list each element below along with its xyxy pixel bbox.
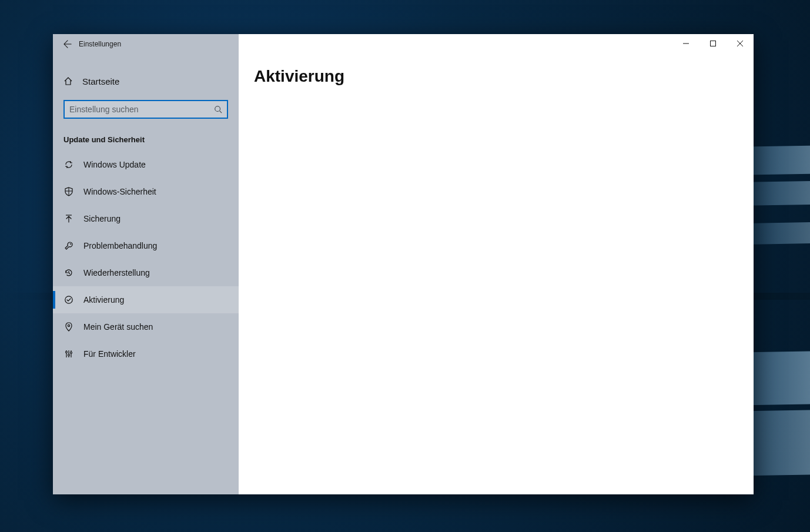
titlebar: Einstellungen [53,34,239,54]
shield-icon [63,187,74,196]
sidebar-home-label: Startseite [82,76,119,86]
sidebar-home[interactable]: Startseite [53,68,239,94]
minimize-icon [683,41,689,46]
page-title: Aktivierung [254,67,344,86]
sidebar-item-label: Sicherung [83,214,121,223]
sidebar: Einstellungen Startseite Update und Sich… [53,34,239,494]
window-title: Einstellungen [79,40,121,48]
svg-point-5 [65,296,72,303]
search-container [53,94,239,119]
sidebar-item-backup[interactable]: Sicherung [53,205,239,232]
search-input[interactable] [65,105,209,114]
wrench-icon [63,241,74,250]
svg-point-12 [71,352,72,354]
sidebar-section-header: Update und Sicherheit [53,119,239,149]
sidebar-item-label: Windows Update [83,160,146,169]
check-circle-icon [63,295,74,305]
maximize-icon [710,41,716,46]
sidebar-item-label: Mein Gerät suchen [83,322,153,332]
svg-point-6 [68,324,69,326]
home-icon [63,76,74,86]
arrow-left-icon [63,40,72,48]
sidebar-item-label: Windows-Sicherheit [83,187,156,196]
sidebar-item-troubleshoot[interactable]: Problembehandlung [53,232,239,259]
sidebar-item-label: Wiederherstellung [83,268,150,277]
sidebar-item-label: Für Entwickler [83,349,136,359]
sliders-icon [63,349,74,359]
svg-rect-14 [711,41,716,46]
sidebar-item-activation[interactable]: Aktivierung [53,286,239,313]
sidebar-item-recovery[interactable]: Wiederherstellung [53,259,239,286]
history-icon [63,268,74,277]
sidebar-item-windows-security[interactable]: Windows-Sicherheit [53,178,239,205]
window-controls [672,34,754,53]
search-box[interactable] [63,100,228,119]
svg-point-10 [66,352,68,353]
sidebar-item-for-developers[interactable]: Für Entwickler [53,340,239,367]
content-area: Aktivierung [239,34,754,494]
backup-icon [63,214,74,223]
svg-point-11 [68,354,70,356]
svg-line-1 [220,111,222,113]
settings-window: Einstellungen Startseite Update und Sich… [53,34,754,494]
maximize-button[interactable] [699,34,727,53]
sidebar-nav: Windows Update Windows-Sicherheit Sicher… [53,151,239,367]
location-icon [63,322,74,332]
search-icon [209,105,227,113]
svg-point-0 [215,106,220,112]
minimize-button[interactable] [672,34,699,53]
back-button[interactable] [58,34,78,54]
sidebar-item-label: Aktivierung [83,295,124,305]
close-button[interactable] [727,34,754,53]
sidebar-item-find-my-device[interactable]: Mein Gerät suchen [53,313,239,340]
sync-icon [63,160,74,169]
sidebar-item-label: Problembehandlung [83,241,157,250]
sidebar-item-windows-update[interactable]: Windows Update [53,151,239,178]
close-icon [737,41,743,46]
